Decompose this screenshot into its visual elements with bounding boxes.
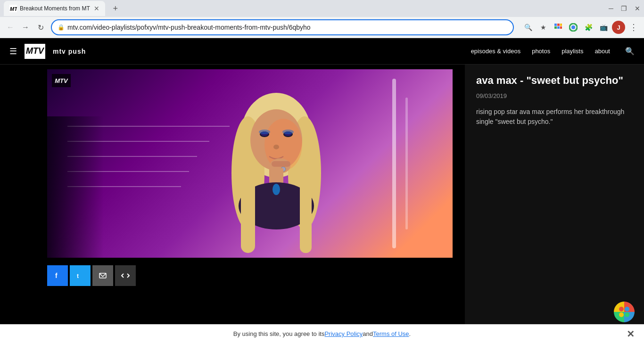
share-bar: f t (0, 258, 465, 294)
svg-point-33 (619, 307, 624, 311)
bookmark-icon[interactable]: ★ (537, 21, 550, 34)
svg-point-34 (625, 307, 629, 311)
google-apps-icon[interactable] (552, 21, 565, 34)
performer-figure (210, 79, 342, 258)
maximize-button[interactable]: ❐ (621, 5, 627, 12)
info-sidebar: ava max - "sweet but psycho" 09/03/2019 … (465, 65, 644, 343)
cookie-close-button[interactable]: ✕ (627, 328, 635, 340)
active-tab[interactable]: MTV Breakout Moments from MT ✕ (4, 1, 105, 16)
video-container[interactable]: MTV (0, 65, 465, 258)
new-tab-button[interactable]: + (109, 2, 122, 15)
facebook-share-button[interactable]: f (47, 265, 68, 286)
mtv-logo[interactable]: MTV (25, 44, 45, 59)
svg-rect-7 (560, 26, 562, 29)
tab-favicon: MTV (9, 5, 17, 12)
privacy-policy-link[interactable]: Privacy Policy (324, 330, 363, 337)
svg-point-19 (259, 130, 270, 134)
svg-point-35 (619, 312, 624, 317)
svg-point-27 (272, 184, 280, 195)
window-controls: ─ ❐ ✕ (609, 5, 640, 12)
back-button[interactable]: ← (4, 21, 17, 34)
url-text: mtv.com/video-playlists/pofxyv/mtv-push-… (67, 24, 507, 31)
extensions-icon[interactable]: 🧩 (582, 21, 595, 34)
browser-toolbar: ← → ↻ 🔒 mtv.com/video-playlists/pofxyv/m… (0, 17, 644, 38)
svg-rect-5 (554, 26, 557, 29)
video-date: 09/03/2019 (476, 92, 633, 99)
cookie-text: By using this site, you agree to its (233, 330, 325, 337)
svg-text:t: t (77, 273, 79, 279)
reload-button[interactable]: ↻ (34, 21, 47, 34)
cast-icon[interactable]: 📺 (597, 21, 610, 34)
tab-bar: MTV Breakout Moments from MT ✕ + ─ ❐ ✕ (0, 0, 644, 17)
chrome-icon[interactable] (567, 21, 580, 34)
video-mtv-watermark: MTV (52, 74, 71, 87)
svg-rect-6 (557, 26, 560, 29)
svg-text:f: f (55, 272, 58, 279)
tab-title: Breakout Moments from MT (20, 5, 90, 12)
svg-rect-24 (272, 161, 290, 167)
mtv-push-label: mtv push (53, 48, 86, 55)
profile-avatar[interactable]: J (612, 21, 625, 34)
nav-playlists[interactable]: playlists (561, 48, 583, 55)
video-section: MTV (0, 65, 465, 343)
minimize-button[interactable]: ─ (609, 5, 613, 12)
video-light-bar (392, 79, 396, 248)
video-thumbnail[interactable]: MTV (47, 69, 453, 258)
twitter-share-button[interactable]: t (70, 265, 91, 286)
tab-close-button[interactable]: ✕ (94, 5, 99, 12)
lock-icon: 🔒 (58, 24, 65, 31)
more-options-button[interactable]: ⋮ (627, 21, 640, 34)
hamburger-menu-button[interactable]: ☰ (9, 46, 17, 57)
address-bar[interactable]: 🔒 mtv.com/video-playlists/pofxyv/mtv-pus… (51, 19, 514, 35)
nav-photos[interactable]: photos (532, 48, 550, 55)
toolbar-icons: 🔍 ★ 🧩 📺 J ⋮ (521, 21, 640, 34)
browser-chrome: MTV Breakout Moments from MT ✕ + ─ ❐ ✕ ←… (0, 0, 644, 38)
email-share-button[interactable] (92, 265, 113, 286)
nav-links: episodes & videos photos playlists about… (471, 47, 635, 56)
mtv-website: ☰ MTV mtv push episodes & videos photos … (0, 38, 644, 343)
svg-rect-4 (560, 24, 562, 26)
search-icon[interactable]: 🔍 (521, 21, 535, 34)
embed-share-button[interactable] (115, 265, 136, 286)
svg-point-21 (273, 145, 279, 149)
cookie-period: . (409, 330, 411, 337)
svg-text:MTV: MTV (10, 6, 17, 12)
terms-of-use-link[interactable]: Terms of Use (373, 330, 409, 337)
video-title: ava max - "sweet but psycho" (476, 74, 633, 88)
mtv-main-content: MTV (0, 65, 644, 343)
video-light-bar (405, 98, 408, 229)
svg-rect-29 (300, 168, 312, 253)
video-description: rising pop star ava max performs her bre… (476, 107, 633, 127)
dark-figure (47, 116, 104, 258)
nav-search-icon[interactable]: 🔍 (625, 47, 635, 56)
svg-rect-3 (557, 24, 560, 26)
close-window-button[interactable]: ✕ (635, 5, 640, 12)
cookie-consent-bar: By using this site, you agree to its Pri… (0, 324, 644, 343)
nav-episodes-videos[interactable]: episodes & videos (471, 48, 521, 55)
svg-point-36 (625, 312, 629, 317)
cookie-and-text: and (363, 330, 373, 337)
pearls-accessibility-icon[interactable] (614, 302, 635, 322)
svg-point-20 (282, 130, 294, 134)
svg-rect-28 (241, 168, 255, 253)
svg-rect-2 (554, 24, 557, 26)
mtv-navigation: ☰ MTV mtv push episodes & videos photos … (0, 38, 644, 65)
nav-about[interactable]: about (594, 48, 610, 55)
forward-button[interactable]: → (19, 21, 32, 34)
svg-point-9 (571, 25, 575, 29)
